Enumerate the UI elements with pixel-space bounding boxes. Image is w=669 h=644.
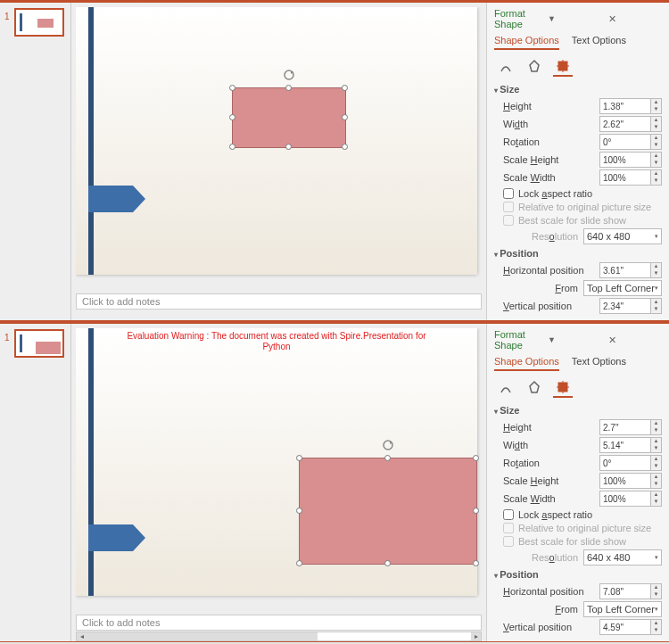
lock-aspect-label: Lock aspect ratio [518, 188, 592, 199]
scalew-label: Scale Width [503, 172, 599, 183]
hpos-label: Horizontal position [503, 265, 599, 276]
scalew-input[interactable] [599, 491, 651, 507]
scaleh-input[interactable] [599, 152, 651, 168]
fill-line-icon[interactable] [496, 378, 516, 398]
size-properties-icon[interactable] [553, 57, 573, 77]
selected-rectangle[interactable] [299, 458, 477, 565]
scroll-right-icon[interactable]: ▸ [471, 632, 481, 640]
scaleh-spinner[interactable]: ▲▼ [651, 152, 662, 168]
width-input[interactable] [599, 116, 651, 132]
fill-line-icon[interactable] [496, 57, 516, 77]
height-spinner[interactable]: ▲▼ [651, 98, 662, 114]
vpos-label: Vertical position [503, 301, 599, 311]
width-label: Width [503, 119, 599, 129]
best-scale-label: Best scale for slide show [518, 536, 626, 547]
height-input[interactable] [599, 419, 651, 435]
height-input[interactable] [599, 98, 651, 114]
section-position[interactable]: Position [494, 248, 662, 259]
panel-title: Format Shape [494, 8, 548, 29]
format-shape-panel: Format Shape▼✕ Shape Options Text Option… [486, 324, 669, 641]
lock-aspect-checkbox[interactable] [503, 188, 514, 199]
rotation-input[interactable] [599, 134, 651, 150]
slide-thumbnail[interactable] [14, 8, 64, 37]
vpos-input[interactable] [599, 619, 651, 635]
vpos-spinner[interactable]: ▲▼ [651, 619, 662, 635]
panel-title: Format Shape [494, 329, 548, 351]
rotation-spinner[interactable]: ▲▼ [651, 134, 662, 150]
rotation-label: Rotation [503, 136, 599, 147]
tab-text-options[interactable]: Text Options [572, 356, 626, 371]
tab-text-options[interactable]: Text Options [572, 35, 626, 50]
relative-original-checkbox [503, 202, 514, 212]
close-icon[interactable]: ✕ [608, 334, 662, 346]
scalew-spinner[interactable]: ▲▼ [651, 169, 662, 186]
section-size[interactable]: Size [494, 84, 662, 95]
hfrom-select[interactable]: Top Left Corner [583, 280, 662, 296]
scroll-left-icon[interactable]: ◂ [77, 632, 87, 640]
width-input[interactable] [599, 437, 651, 453]
scaleh-label: Scale Height [503, 154, 599, 165]
scaleh-label: Scale Height [503, 475, 599, 486]
vpos-input[interactable] [599, 298, 651, 314]
hpos-spinner[interactable]: ▲▼ [651, 262, 662, 278]
scalew-spinner[interactable]: ▲▼ [651, 491, 662, 507]
vpos-spinner[interactable]: ▲▼ [651, 298, 662, 314]
rotate-handle-icon[interactable] [382, 439, 394, 451]
rotation-spinner[interactable]: ▲▼ [651, 455, 662, 471]
selected-rectangle[interactable] [232, 87, 346, 148]
close-icon[interactable]: ✕ [608, 13, 662, 25]
vpos-label: Vertical position [503, 622, 599, 632]
slide-number: 1 [4, 333, 10, 343]
resolution-label: Resolution [503, 552, 583, 563]
hfrom-label: From [503, 283, 583, 293]
rotation-input[interactable] [599, 455, 651, 471]
panel-menu-icon[interactable]: ▼ [548, 335, 601, 344]
height-label: Height [503, 101, 599, 111]
effects-icon[interactable] [524, 57, 544, 77]
notes-field[interactable]: Click to add notes [76, 293, 482, 310]
width-spinner[interactable]: ▲▼ [651, 437, 662, 453]
slide-area: Evaluation Warning : The document was cr… [71, 324, 486, 641]
horizontal-scrollbar[interactable]: ◂ ▸ [76, 632, 482, 641]
best-scale-checkbox [503, 215, 514, 226]
scaleh-input[interactable] [599, 473, 651, 489]
rotate-handle-icon[interactable] [283, 69, 295, 81]
scaleh-spinner[interactable]: ▲▼ [651, 473, 662, 489]
best-scale-label: Best scale for slide show [518, 215, 626, 226]
notes-field[interactable]: Click to add notes [76, 615, 482, 631]
svg-marker-6 [530, 382, 539, 392]
size-properties-icon[interactable] [553, 378, 573, 398]
format-shape-panel: Format Shape▼✕ Shape Options Text Option… [486, 3, 669, 320]
arrow-shape [88, 524, 133, 551]
hpos-label: Horizontal position [503, 586, 599, 597]
thumbnail-panel: 1 [0, 324, 71, 641]
resolution-select: 640 x 480 [583, 228, 662, 244]
effects-icon[interactable] [524, 378, 544, 398]
height-label: Height [503, 422, 599, 433]
scalew-input[interactable] [599, 169, 651, 186]
slide-canvas[interactable]: Evaluation Warning : The document was cr… [76, 328, 477, 596]
section-size[interactable]: Size [494, 405, 662, 416]
slide-thumbnail[interactable] [14, 329, 64, 358]
top-half: 1 Click to add notes Format Shape▼✕ Sha [0, 0, 669, 321]
bottom-half: 1 Evaluation Warning : The document was … [0, 321, 669, 642]
width-spinner[interactable]: ▲▼ [651, 116, 662, 132]
arrow-shape [88, 186, 133, 212]
panel-menu-icon[interactable]: ▼ [548, 14, 601, 23]
resolution-label: Resolution [503, 231, 583, 242]
slide-canvas[interactable] [76, 7, 477, 275]
hpos-input[interactable] [599, 583, 651, 599]
scalew-label: Scale Width [503, 493, 599, 504]
section-position[interactable]: Position [494, 569, 662, 580]
resolution-select: 640 x 480 [583, 549, 662, 566]
hpos-spinner[interactable]: ▲▼ [651, 583, 662, 599]
height-spinner[interactable]: ▲▼ [651, 419, 662, 435]
rotation-label: Rotation [503, 458, 599, 468]
hpos-input[interactable] [599, 262, 651, 278]
lock-aspect-checkbox[interactable] [503, 509, 514, 520]
hfrom-select[interactable]: Top Left Corner [583, 601, 662, 617]
relative-original-label: Relative to original picture size [518, 523, 651, 533]
tab-shape-options[interactable]: Shape Options [494, 35, 559, 50]
relative-original-checkbox [503, 523, 514, 533]
tab-shape-options[interactable]: Shape Options [494, 356, 559, 371]
